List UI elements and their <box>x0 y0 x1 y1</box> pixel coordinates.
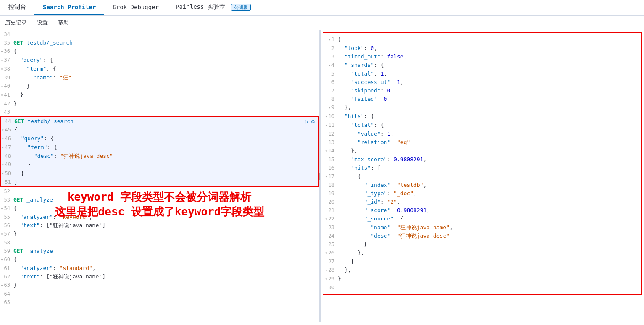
line-number: ▾17 <box>324 172 338 181</box>
line-number: 7 <box>324 86 338 95</box>
fold-indicator[interactable]: ▾ <box>1 93 3 97</box>
line-number: ▾38 <box>0 65 13 73</box>
line-content: } <box>13 230 319 238</box>
fold-indicator[interactable]: ▾ <box>2 136 4 141</box>
beta-badge: 公测版 <box>231 4 251 11</box>
code-line: 27 ] <box>324 257 641 266</box>
line-content: } <box>13 82 319 90</box>
line-content: "skipped": 0, <box>338 86 641 95</box>
tab-console[interactable]: 控制台 <box>0 0 34 15</box>
fold-indicator[interactable]: ▾ <box>325 251 328 255</box>
fold-indicator[interactable]: ▾ <box>328 63 331 68</box>
code-line: ▾14 }, <box>324 147 641 155</box>
line-number: 15 <box>324 155 338 164</box>
fold-indicator[interactable]: ▾ <box>1 257 3 262</box>
line-content: } <box>13 91 319 99</box>
fold-indicator[interactable]: ▾ <box>325 277 328 281</box>
code-line: ▾63 } <box>0 281 319 290</box>
fold-indicator[interactable]: ▾ <box>328 37 331 42</box>
line-content: "failed": 0 <box>338 95 641 103</box>
code-line: 52 <box>0 187 319 196</box>
tab-grok-debugger[interactable]: Grok Debugger <box>104 0 167 15</box>
right-output-panel[interactable]: ▾1 { 2 "took": 0, 3 "timed_out": false, … <box>321 30 644 322</box>
code-line: 44 GET testdb/_search <box>1 117 318 126</box>
fold-indicator[interactable]: ▾ <box>325 174 328 179</box>
code-line: ▾22 "_source": { <box>324 215 641 223</box>
line-content: "term": { <box>13 65 319 73</box>
code-line: 16 "hits": [ <box>324 164 641 172</box>
line-content: "successful": 1, <box>338 78 641 86</box>
nav-help[interactable]: 帮助 <box>53 17 74 28</box>
fold-indicator[interactable]: ▾ <box>1 49 3 54</box>
code-line: 7 "skipped": 0, <box>324 86 641 95</box>
line-content: } <box>14 169 318 178</box>
code-line: ▾57 } <box>0 230 319 239</box>
fold-indicator[interactable]: ▾ <box>325 123 328 128</box>
fold-indicator[interactable]: ▾ <box>2 128 4 132</box>
line-number: 51 <box>1 178 14 186</box>
fold-indicator[interactable]: ▾ <box>1 232 3 236</box>
code-line: 20 "_id": "2", <box>324 198 641 206</box>
tab-painless[interactable]: Painless 实验室 公测版 <box>167 0 259 15</box>
fold-indicator[interactable]: ▾ <box>328 105 331 110</box>
code-line: 2 "took": 0, <box>324 44 641 52</box>
nav-history[interactable]: 历史记录 <box>0 17 32 28</box>
code-line: 23 "name": "狂神说java name", <box>324 223 641 232</box>
line-content: "text": ["狂神说java name"] <box>13 221 319 230</box>
left-editor-panel[interactable]: 34 35 GET testdb/_search ▾36 { ▾37 "quer… <box>0 30 319 322</box>
line-number: 55 <box>0 213 13 221</box>
line-content: }, <box>338 103 641 112</box>
fold-indicator[interactable]: ▾ <box>1 67 3 71</box>
fold-indicator[interactable]: ▾ <box>1 283 3 288</box>
fold-indicator[interactable]: ▾ <box>2 162 4 167</box>
line-number: 16 <box>324 164 338 172</box>
code-line: ▾40 } <box>0 82 319 91</box>
line-number: ▾22 <box>324 215 338 223</box>
nav-settings[interactable]: 设置 <box>32 17 53 28</box>
tab-search-profiler[interactable]: Search Profiler <box>34 0 104 15</box>
code-line: ▾37 "query": { <box>0 56 319 65</box>
line-content: "hits": { <box>338 112 641 121</box>
line-number: 19 <box>324 189 338 198</box>
line-content: "analyzer": "keyword", <box>13 213 319 221</box>
line-content: "_index": "testdb", <box>338 181 641 189</box>
line-content: "total": { <box>338 121 641 129</box>
line-content: "hits": [ <box>338 164 641 172</box>
line-number: ▾60 <box>0 255 13 264</box>
code-line: 59 GET _analyze <box>0 247 319 255</box>
line-number: 56 <box>0 221 13 230</box>
run-icon[interactable]: ▷ <box>305 117 308 126</box>
line-content: "value": 1, <box>338 130 641 138</box>
fold-indicator[interactable]: ▾ <box>1 58 3 63</box>
top-nav: 控制台 Search Profiler Grok Debugger Painle… <box>0 0 644 16</box>
main-content: 34 35 GET testdb/_search ▾36 { ▾37 "quer… <box>0 30 644 322</box>
code-line: 15 "max_score": 0.9808291, <box>324 155 641 164</box>
line-number: 42 <box>0 100 13 108</box>
fold-indicator[interactable]: ▾ <box>1 84 3 89</box>
line-number: ▾57 <box>0 230 13 239</box>
line-content: "timed_out": false, <box>338 52 641 61</box>
code-line: ▾45 { <box>1 126 318 134</box>
line-number: ▾40 <box>0 82 13 91</box>
fold-indicator[interactable]: ▾ <box>325 268 328 273</box>
line-content: "query": { <box>14 134 318 143</box>
fold-indicator[interactable]: ▾ <box>325 217 328 221</box>
code-line: ▾17 { <box>324 172 641 181</box>
line-number: ▾14 <box>324 147 338 155</box>
line-number: ▾1 <box>324 35 338 44</box>
code-editor[interactable]: 34 35 GET testdb/_search ▾36 { ▾37 "quer… <box>0 30 319 307</box>
fold-indicator[interactable]: ▾ <box>325 114 328 119</box>
line-content: "_score": 0.9808291, <box>338 206 641 215</box>
code-line: 24 "desc": "狂神说java desc" <box>324 232 641 240</box>
line-content: "name": "狂神说java name", <box>338 223 641 232</box>
fold-indicator[interactable]: ▾ <box>1 206 3 211</box>
settings-icon[interactable]: ⚙ <box>311 117 315 126</box>
fold-indicator[interactable]: ▾ <box>2 171 4 176</box>
code-line: ▾29 } <box>324 275 641 283</box>
line-number: 18 <box>324 181 338 189</box>
fold-indicator[interactable]: ▾ <box>2 145 4 150</box>
line-number: 12 <box>324 130 338 138</box>
line-number: 53 <box>0 196 13 204</box>
line-number: ▾10 <box>324 112 338 121</box>
fold-indicator[interactable]: ▾ <box>325 149 328 153</box>
